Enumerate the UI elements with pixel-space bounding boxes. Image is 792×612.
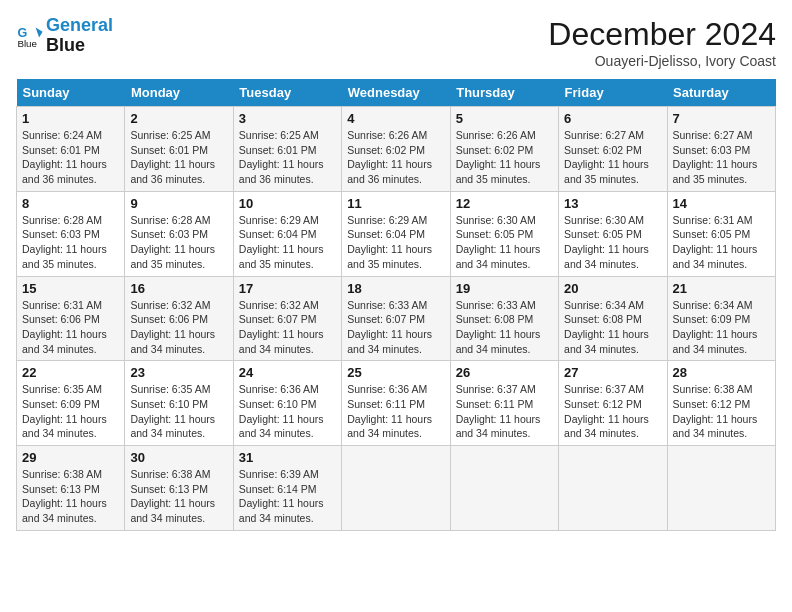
day-number: 29 xyxy=(22,450,119,465)
day-info: Sunrise: 6:24 AMSunset: 6:01 PMDaylight:… xyxy=(22,128,119,187)
weekday-header-sunday: Sunday xyxy=(17,79,125,107)
day-number: 7 xyxy=(673,111,770,126)
calendar-cell xyxy=(667,446,775,531)
day-info: Sunrise: 6:27 AMSunset: 6:03 PMDaylight:… xyxy=(673,128,770,187)
calendar-cell: 4 Sunrise: 6:26 AMSunset: 6:02 PMDayligh… xyxy=(342,107,450,192)
day-info: Sunrise: 6:30 AMSunset: 6:05 PMDaylight:… xyxy=(456,213,553,272)
calendar-cell: 8 Sunrise: 6:28 AMSunset: 6:03 PMDayligh… xyxy=(17,191,125,276)
day-number: 17 xyxy=(239,281,336,296)
day-info: Sunrise: 6:27 AMSunset: 6:02 PMDaylight:… xyxy=(564,128,661,187)
day-number: 26 xyxy=(456,365,553,380)
calendar-cell xyxy=(450,446,558,531)
day-number: 8 xyxy=(22,196,119,211)
day-number: 19 xyxy=(456,281,553,296)
day-info: Sunrise: 6:29 AMSunset: 6:04 PMDaylight:… xyxy=(347,213,444,272)
calendar-cell: 30 Sunrise: 6:38 AMSunset: 6:13 PMDaylig… xyxy=(125,446,233,531)
day-number: 27 xyxy=(564,365,661,380)
weekday-header-saturday: Saturday xyxy=(667,79,775,107)
calendar-cell: 29 Sunrise: 6:38 AMSunset: 6:13 PMDaylig… xyxy=(17,446,125,531)
month-title: December 2024 xyxy=(548,16,776,53)
day-info: Sunrise: 6:33 AMSunset: 6:07 PMDaylight:… xyxy=(347,298,444,357)
day-number: 20 xyxy=(564,281,661,296)
day-info: Sunrise: 6:30 AMSunset: 6:05 PMDaylight:… xyxy=(564,213,661,272)
day-info: Sunrise: 6:35 AMSunset: 6:10 PMDaylight:… xyxy=(130,382,227,441)
day-number: 16 xyxy=(130,281,227,296)
calendar-cell: 31 Sunrise: 6:39 AMSunset: 6:14 PMDaylig… xyxy=(233,446,341,531)
day-info: Sunrise: 6:34 AMSunset: 6:08 PMDaylight:… xyxy=(564,298,661,357)
day-number: 15 xyxy=(22,281,119,296)
logo-icon: G Blue xyxy=(16,22,44,50)
svg-marker-1 xyxy=(36,27,43,37)
weekday-header-row: SundayMondayTuesdayWednesdayThursdayFrid… xyxy=(17,79,776,107)
day-info: Sunrise: 6:31 AMSunset: 6:06 PMDaylight:… xyxy=(22,298,119,357)
calendar-cell: 12 Sunrise: 6:30 AMSunset: 6:05 PMDaylig… xyxy=(450,191,558,276)
day-info: Sunrise: 6:32 AMSunset: 6:06 PMDaylight:… xyxy=(130,298,227,357)
weekday-header-tuesday: Tuesday xyxy=(233,79,341,107)
logo: G Blue GeneralBlue xyxy=(16,16,113,56)
calendar-cell: 19 Sunrise: 6:33 AMSunset: 6:08 PMDaylig… xyxy=(450,276,558,361)
calendar-cell: 28 Sunrise: 6:38 AMSunset: 6:12 PMDaylig… xyxy=(667,361,775,446)
header: G Blue GeneralBlue December 2024 Ouayeri… xyxy=(16,16,776,69)
day-number: 23 xyxy=(130,365,227,380)
day-info: Sunrise: 6:36 AMSunset: 6:11 PMDaylight:… xyxy=(347,382,444,441)
day-info: Sunrise: 6:38 AMSunset: 6:13 PMDaylight:… xyxy=(130,467,227,526)
day-number: 22 xyxy=(22,365,119,380)
calendar-cell: 27 Sunrise: 6:37 AMSunset: 6:12 PMDaylig… xyxy=(559,361,667,446)
day-info: Sunrise: 6:34 AMSunset: 6:09 PMDaylight:… xyxy=(673,298,770,357)
calendar-cell xyxy=(559,446,667,531)
day-number: 3 xyxy=(239,111,336,126)
calendar-cell: 5 Sunrise: 6:26 AMSunset: 6:02 PMDayligh… xyxy=(450,107,558,192)
day-info: Sunrise: 6:28 AMSunset: 6:03 PMDaylight:… xyxy=(22,213,119,272)
day-info: Sunrise: 6:39 AMSunset: 6:14 PMDaylight:… xyxy=(239,467,336,526)
day-number: 4 xyxy=(347,111,444,126)
day-number: 5 xyxy=(456,111,553,126)
calendar-cell: 6 Sunrise: 6:27 AMSunset: 6:02 PMDayligh… xyxy=(559,107,667,192)
day-number: 12 xyxy=(456,196,553,211)
day-info: Sunrise: 6:31 AMSunset: 6:05 PMDaylight:… xyxy=(673,213,770,272)
day-number: 25 xyxy=(347,365,444,380)
day-info: Sunrise: 6:38 AMSunset: 6:12 PMDaylight:… xyxy=(673,382,770,441)
calendar-cell: 11 Sunrise: 6:29 AMSunset: 6:04 PMDaylig… xyxy=(342,191,450,276)
calendar-cell: 24 Sunrise: 6:36 AMSunset: 6:10 PMDaylig… xyxy=(233,361,341,446)
day-info: Sunrise: 6:38 AMSunset: 6:13 PMDaylight:… xyxy=(22,467,119,526)
day-number: 6 xyxy=(564,111,661,126)
calendar-cell: 17 Sunrise: 6:32 AMSunset: 6:07 PMDaylig… xyxy=(233,276,341,361)
day-info: Sunrise: 6:32 AMSunset: 6:07 PMDaylight:… xyxy=(239,298,336,357)
day-info: Sunrise: 6:28 AMSunset: 6:03 PMDaylight:… xyxy=(130,213,227,272)
calendar-cell: 15 Sunrise: 6:31 AMSunset: 6:06 PMDaylig… xyxy=(17,276,125,361)
weekday-header-monday: Monday xyxy=(125,79,233,107)
week-row-3: 15 Sunrise: 6:31 AMSunset: 6:06 PMDaylig… xyxy=(17,276,776,361)
calendar-cell: 9 Sunrise: 6:28 AMSunset: 6:03 PMDayligh… xyxy=(125,191,233,276)
day-number: 14 xyxy=(673,196,770,211)
day-info: Sunrise: 6:25 AMSunset: 6:01 PMDaylight:… xyxy=(130,128,227,187)
day-number: 2 xyxy=(130,111,227,126)
week-row-5: 29 Sunrise: 6:38 AMSunset: 6:13 PMDaylig… xyxy=(17,446,776,531)
day-number: 13 xyxy=(564,196,661,211)
calendar-cell: 25 Sunrise: 6:36 AMSunset: 6:11 PMDaylig… xyxy=(342,361,450,446)
weekday-header-friday: Friday xyxy=(559,79,667,107)
day-info: Sunrise: 6:37 AMSunset: 6:12 PMDaylight:… xyxy=(564,382,661,441)
day-info: Sunrise: 6:25 AMSunset: 6:01 PMDaylight:… xyxy=(239,128,336,187)
calendar-cell: 26 Sunrise: 6:37 AMSunset: 6:11 PMDaylig… xyxy=(450,361,558,446)
day-info: Sunrise: 6:36 AMSunset: 6:10 PMDaylight:… xyxy=(239,382,336,441)
day-number: 11 xyxy=(347,196,444,211)
day-info: Sunrise: 6:29 AMSunset: 6:04 PMDaylight:… xyxy=(239,213,336,272)
logo-text: GeneralBlue xyxy=(46,16,113,56)
calendar-cell: 22 Sunrise: 6:35 AMSunset: 6:09 PMDaylig… xyxy=(17,361,125,446)
svg-text:Blue: Blue xyxy=(17,38,37,49)
weekday-header-wednesday: Wednesday xyxy=(342,79,450,107)
day-number: 1 xyxy=(22,111,119,126)
calendar-cell: 7 Sunrise: 6:27 AMSunset: 6:03 PMDayligh… xyxy=(667,107,775,192)
day-number: 24 xyxy=(239,365,336,380)
location-title: Ouayeri-Djelisso, Ivory Coast xyxy=(548,53,776,69)
day-number: 10 xyxy=(239,196,336,211)
calendar-cell: 23 Sunrise: 6:35 AMSunset: 6:10 PMDaylig… xyxy=(125,361,233,446)
week-row-2: 8 Sunrise: 6:28 AMSunset: 6:03 PMDayligh… xyxy=(17,191,776,276)
day-number: 31 xyxy=(239,450,336,465)
day-number: 21 xyxy=(673,281,770,296)
calendar-table: SundayMondayTuesdayWednesdayThursdayFrid… xyxy=(16,79,776,531)
calendar-body: 1 Sunrise: 6:24 AMSunset: 6:01 PMDayligh… xyxy=(17,107,776,531)
day-number: 18 xyxy=(347,281,444,296)
week-row-1: 1 Sunrise: 6:24 AMSunset: 6:01 PMDayligh… xyxy=(17,107,776,192)
calendar-cell: 20 Sunrise: 6:34 AMSunset: 6:08 PMDaylig… xyxy=(559,276,667,361)
